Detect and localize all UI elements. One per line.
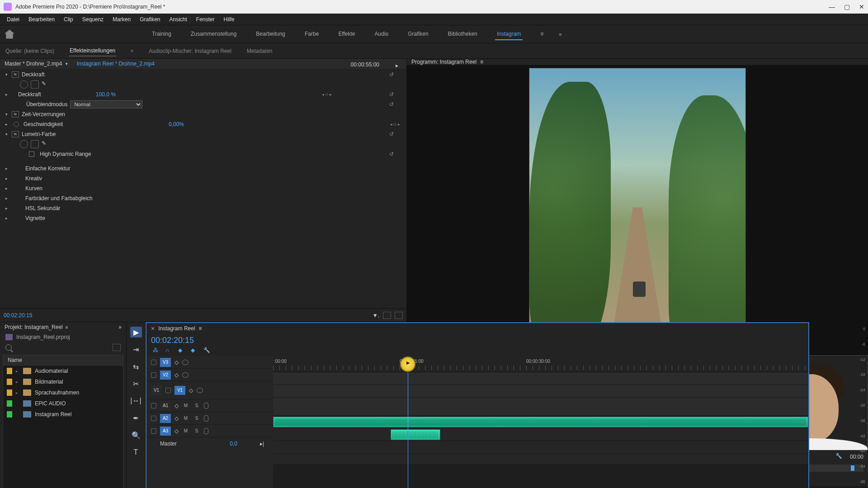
- sync-lock-icon[interactable]: ◇: [175, 403, 179, 409]
- timeline-panel-menu-icon[interactable]: ≡: [199, 325, 202, 332]
- snap-icon[interactable]: ⁂: [153, 347, 161, 354]
- keyframe-nav[interactable]: ◂ ◇ ▸: [390, 122, 400, 127]
- workspace-bibliotheken[interactable]: Bibliotheken: [446, 28, 479, 40]
- mask-rectangle-icon[interactable]: [31, 80, 39, 89]
- sequence-clip-label[interactable]: Instagram Reel * Drohne_2.mp4: [77, 61, 155, 67]
- source-panel-menu-icon[interactable]: ≡: [130, 47, 134, 55]
- minimize-button[interactable]: —: [829, 3, 835, 10]
- expand-icon[interactable]: ▸: [4, 196, 9, 201]
- mute-button[interactable]: M: [182, 403, 189, 408]
- menu-fenster[interactable]: Fenster: [192, 15, 219, 24]
- mask-pen-icon[interactable]: ✎: [42, 80, 50, 89]
- value-geschwindigkeit[interactable]: 0,00%: [169, 121, 184, 127]
- eye-icon[interactable]: [182, 360, 189, 365]
- fx-badge-icon[interactable]: fx: [12, 111, 19, 117]
- close-sequence-icon[interactable]: ×: [151, 325, 155, 332]
- track-target-a1[interactable]: A1: [160, 401, 171, 410]
- tab-programm[interactable]: Programm: Instagram Reel: [411, 59, 476, 65]
- workspace-instagram[interactable]: Instagram: [495, 28, 523, 40]
- lock-icon[interactable]: [151, 372, 156, 378]
- workspace-overflow-icon[interactable]: »: [559, 31, 562, 38]
- effect-zeit-verzerrungen[interactable]: Zeit-Verzerrungen: [22, 111, 65, 117]
- lumetri-section[interactable]: Kurven: [25, 185, 42, 192]
- tab-audioclip-mischer[interactable]: Audioclip-Mischer: Instagram Reel: [148, 46, 232, 56]
- solo-button[interactable]: S: [193, 403, 200, 408]
- collapse-icon[interactable]: ▾: [4, 132, 9, 136]
- lock-icon[interactable]: [165, 388, 171, 393]
- voiceover-icon[interactable]: [204, 403, 208, 409]
- workspace-zusammenstellung[interactable]: Zusammenstellung: [189, 28, 238, 40]
- eye-icon[interactable]: [182, 372, 189, 378]
- time-ruler[interactable]: :00:00 00:00:15:00 00:00:30:00: [273, 356, 808, 372]
- close-window-button[interactable]: ✕: [859, 3, 864, 10]
- home-icon[interactable]: [5, 30, 14, 39]
- lock-icon[interactable]: [151, 403, 156, 408]
- timeline-canvas[interactable]: :00:00 00:00:15:00 00:00:30:00: [273, 356, 808, 488]
- slip-tool[interactable]: |↔|: [130, 395, 142, 406]
- lock-icon[interactable]: [151, 360, 156, 365]
- source-timecode[interactable]: 00:02:20:15: [4, 312, 32, 319]
- sync-lock-icon[interactable]: ◇: [175, 428, 179, 434]
- track-lane-a2[interactable]: [273, 428, 808, 441]
- reset-icon[interactable]: ↺: [389, 91, 394, 98]
- menu-bearbeiten[interactable]: Bearbeiten: [24, 15, 59, 24]
- expand-icon[interactable]: ▸: [4, 216, 9, 221]
- timeline-settings-icon[interactable]: ◆: [191, 347, 199, 354]
- track-lane-v1[interactable]: [273, 398, 808, 416]
- workspace-bearbeitung[interactable]: Bearbeitung: [254, 28, 287, 40]
- keyframe-nav[interactable]: ◂ ◇ ▸: [322, 92, 332, 97]
- solo-button[interactable]: S: [193, 416, 200, 421]
- reset-icon[interactable]: ↺: [389, 151, 394, 157]
- tab-metadaten[interactable]: Metadaten: [246, 46, 274, 56]
- track-lane-master[interactable]: [273, 454, 808, 465]
- sync-lock-icon[interactable]: ◇: [175, 372, 179, 378]
- bin-item[interactable]: ▸Audiomaterial: [3, 366, 123, 376]
- lumetri-section[interactable]: Farbräder und Farbabgleich: [25, 195, 93, 202]
- sync-lock-icon[interactable]: ◇: [175, 359, 179, 366]
- prop-geschwindigkeit[interactable]: Geschwindigkeit: [24, 121, 63, 127]
- sync-lock-icon[interactable]: ◇: [189, 387, 193, 394]
- search-icon[interactable]: [5, 344, 12, 351]
- source-settings-icon[interactable]: [395, 312, 403, 319]
- timeline-timecode[interactable]: 00:02:20:15: [151, 336, 194, 345]
- expand-icon[interactable]: ▸: [4, 206, 9, 211]
- workspace-farbe[interactable]: Farbe: [303, 28, 321, 40]
- master-clip-label[interactable]: Master * Drohne_2.mp4: [5, 61, 62, 67]
- expand-icon[interactable]: ▸: [4, 92, 9, 97]
- track-lane-a1[interactable]: [273, 416, 808, 428]
- mask-pen-icon[interactable]: ✎: [42, 140, 50, 148]
- hdr-checkbox[interactable]: [29, 151, 34, 157]
- bin-item[interactable]: ▸Bildmaterial: [3, 376, 123, 387]
- blendmode-select[interactable]: Normal: [70, 100, 142, 108]
- lumetri-section[interactable]: Vignette: [25, 215, 45, 221]
- pen-tool[interactable]: ✒: [130, 413, 142, 423]
- type-tool[interactable]: T: [130, 447, 142, 458]
- audio-clip[interactable]: [391, 429, 440, 440]
- project-bin-list[interactable]: Name ▸Audiomaterial ▸Bildmaterial ▸Sprac…: [3, 355, 123, 488]
- sync-lock-icon[interactable]: ◇: [175, 415, 179, 422]
- tab-effekteinstellungen[interactable]: Effekteinstellungen: [69, 46, 116, 56]
- track-lane-v2[interactable]: [273, 385, 808, 398]
- expand-icon[interactable]: ▸: [4, 176, 9, 181]
- effect-lumetri-farbe[interactable]: Lumetri-Farbe: [22, 131, 56, 137]
- wrench-icon[interactable]: 🔧: [203, 347, 212, 354]
- expand-icon[interactable]: ▸: [4, 166, 9, 171]
- selection-tool[interactable]: ▶: [130, 327, 142, 338]
- menu-hilfe[interactable]: Hilfe: [220, 15, 239, 24]
- menu-sequenz[interactable]: Sequenz: [78, 15, 108, 24]
- workspace-audio[interactable]: Audio: [373, 28, 391, 40]
- mute-button[interactable]: M: [182, 416, 189, 421]
- tab-quelle[interactable]: Quelle: (keine Clips): [5, 46, 55, 56]
- stopwatch-icon[interactable]: [14, 122, 19, 127]
- menu-clip[interactable]: Clip: [60, 15, 77, 24]
- expand-icon[interactable]: ▸: [4, 186, 9, 191]
- effects-filter-icon[interactable]: ▼.: [373, 312, 379, 319]
- mask-ellipse-icon[interactable]: [20, 140, 28, 148]
- sequence-tab[interactable]: Instagram Reel: [158, 325, 195, 332]
- fx-badge-icon[interactable]: fx: [12, 131, 19, 137]
- collapse-icon[interactable]: ▾: [4, 112, 9, 117]
- workspace-menu-icon[interactable]: ≡: [538, 28, 545, 40]
- project-expand-icon[interactable]: »: [118, 324, 122, 330]
- menu-grafiken[interactable]: Grafiken: [136, 15, 164, 24]
- track-target-a2[interactable]: A2: [160, 414, 171, 423]
